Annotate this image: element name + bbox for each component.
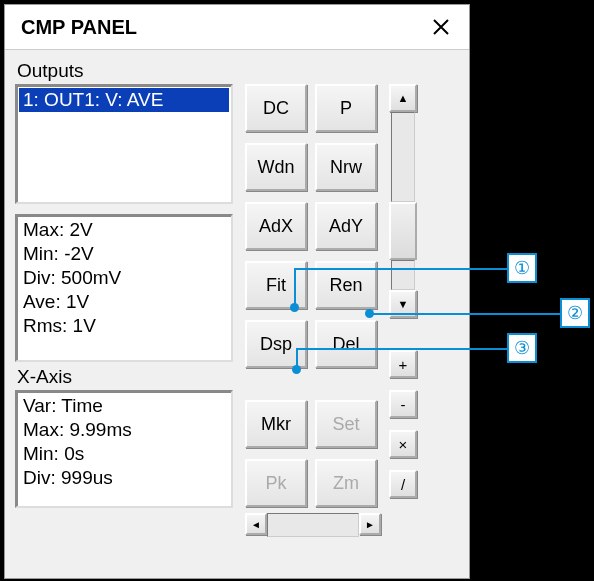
list-item: Min: -2V <box>19 242 229 266</box>
list-item: Max: 9.99ms <box>19 418 229 442</box>
plus-button[interactable]: + <box>389 350 417 378</box>
list-item: Div: 500mV <box>19 266 229 290</box>
del-button[interactable]: Del <box>315 320 377 368</box>
titlebar: CMP PANEL <box>5 5 469 50</box>
callout-2: ② <box>560 298 590 328</box>
slash-button[interactable]: / <box>389 470 417 498</box>
cmp-panel: CMP PANEL Outputs 1: OUT1: V: AVE Max: 2… <box>4 4 470 579</box>
scroll-left-icon[interactable]: ◄ <box>245 513 267 535</box>
wdn-button[interactable]: Wdn <box>245 143 307 191</box>
adx-button[interactable]: AdX <box>245 202 307 250</box>
mkr-button[interactable]: Mkr <box>245 400 307 448</box>
hscroll[interactable]: ◄ ► <box>245 513 381 537</box>
xaxis-list[interactable]: Var: Time Max: 9.99ms Min: 0s Div: 999us <box>15 390 233 508</box>
dc-button[interactable]: DC <box>245 84 307 132</box>
list-item: Var: Time <box>19 394 229 418</box>
outputs-label: Outputs <box>17 60 459 82</box>
zm-button[interactable]: Zm <box>315 459 377 507</box>
window-title: CMP PANEL <box>13 16 421 39</box>
scroll-track[interactable] <box>391 112 415 202</box>
callout-1: ① <box>507 253 537 283</box>
ady-button[interactable]: AdY <box>315 202 377 250</box>
outputs-list[interactable]: 1: OUT1: V: AVE <box>15 84 233 204</box>
callout-line <box>294 268 507 270</box>
scroll-up-icon[interactable]: ▲ <box>389 84 417 112</box>
close-icon[interactable] <box>421 7 461 47</box>
callout-line <box>370 313 560 315</box>
panel-body: Outputs 1: OUT1: V: AVE Max: 2V Min: -2V… <box>5 50 469 543</box>
list-item: Ave: 1V <box>19 290 229 314</box>
list-item: Max: 2V <box>19 218 229 242</box>
callout-3: ③ <box>507 333 537 363</box>
times-button[interactable]: × <box>389 430 417 458</box>
pk-button[interactable]: Pk <box>245 459 307 507</box>
p-button[interactable]: P <box>315 84 377 132</box>
list-item: Min: 0s <box>19 442 229 466</box>
scroll-track[interactable] <box>391 260 415 290</box>
minus-button[interactable]: - <box>389 390 417 418</box>
set-button[interactable]: Set <box>315 400 377 448</box>
list-item: Rms: 1V <box>19 314 229 338</box>
list-item: Div: 999us <box>19 466 229 490</box>
list-item[interactable]: 1: OUT1: V: AVE <box>19 88 229 112</box>
stats-list[interactable]: Max: 2V Min: -2V Div: 500mV Ave: 1V Rms:… <box>15 214 233 362</box>
scroll-track[interactable] <box>267 513 359 537</box>
callout-line <box>294 268 296 306</box>
xaxis-label: X-Axis <box>17 366 233 388</box>
callout-line <box>296 348 298 368</box>
scroll-right-icon[interactable]: ► <box>359 513 381 535</box>
scroll-thumb[interactable] <box>389 202 417 260</box>
callout-line <box>296 348 507 350</box>
nrw-button[interactable]: Nrw <box>315 143 377 191</box>
